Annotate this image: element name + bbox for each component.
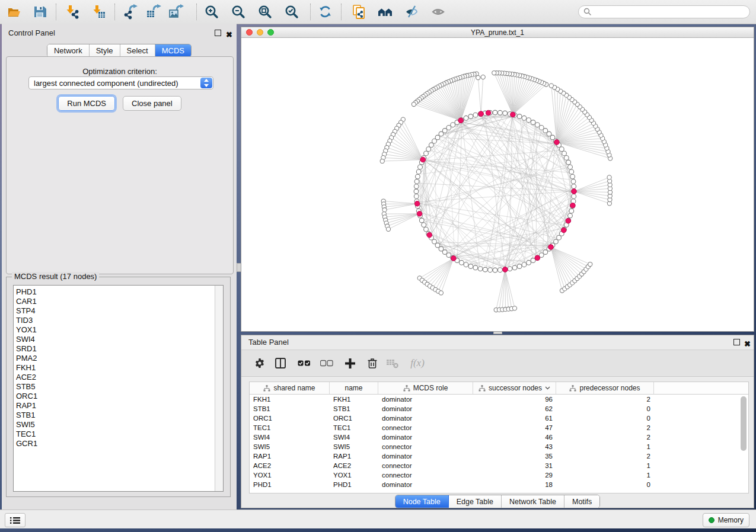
network-node[interactable] — [464, 116, 468, 120]
mcds-result-item[interactable]: STB5 — [16, 382, 213, 392]
zoom-selected-icon[interactable] — [283, 4, 300, 20]
tab-network[interactable]: Network — [47, 44, 90, 57]
cell-predecessor-nodes[interactable]: 2 — [556, 453, 654, 460]
network-node[interactable] — [442, 250, 447, 255]
gear-icon[interactable] — [252, 355, 267, 371]
mcds-node[interactable] — [562, 227, 567, 233]
mcds-result-item[interactable]: TID3 — [16, 316, 213, 325]
close-panel-icon[interactable]: ✖ — [744, 338, 751, 349]
column-header-MCDS-role[interactable]: MCDS role — [378, 382, 473, 394]
table-row[interactable]: ACE2ACE2connector311 — [250, 461, 748, 470]
network-node[interactable] — [460, 260, 464, 265]
mcds-node[interactable] — [503, 267, 508, 273]
cell-shared-name[interactable]: SWI5 — [250, 443, 330, 450]
cell-name[interactable]: ACE2 — [330, 462, 378, 469]
cell-successor-nodes[interactable]: 96 — [473, 396, 556, 403]
mcds-node[interactable] — [548, 245, 554, 250]
table-row[interactable]: RAP1RAP1dominator352 — [250, 451, 748, 461]
cell-MCDS-role[interactable]: dominator — [378, 405, 473, 412]
cell-successor-nodes[interactable]: 29 — [473, 472, 556, 479]
zoom-in-icon[interactable] — [203, 4, 220, 20]
tab-network-table[interactable]: Network Table — [502, 495, 564, 508]
function-builder-icon[interactable]: f(x) — [407, 355, 428, 371]
column-header-predecessor-nodes[interactable]: predecessor nodes — [556, 382, 654, 394]
cell-successor-nodes[interactable]: 18 — [473, 481, 556, 488]
delete-table-icon[interactable] — [385, 355, 400, 371]
first-neighbors-icon[interactable] — [377, 4, 394, 20]
import-table-icon[interactable] — [90, 4, 107, 20]
cell-name[interactable]: SWI4 — [330, 434, 378, 441]
cell-successor-nodes[interactable]: 35 — [473, 453, 556, 460]
network-node[interactable] — [468, 114, 473, 119]
network-node[interactable] — [531, 120, 535, 125]
refresh-layout-icon[interactable] — [317, 4, 334, 20]
cell-name[interactable]: ORC1 — [330, 415, 378, 422]
network-node[interactable] — [464, 262, 468, 267]
mcds-result-list[interactable]: PHD1CAR1STP4TID3YOX1SWI4SRD1PMA2FKH1ACE2… — [13, 285, 224, 492]
network-node[interactable] — [522, 116, 527, 120]
close-panel-button[interactable]: Close panel — [123, 96, 181, 111]
network-node[interactable] — [517, 264, 522, 269]
delete-column-trash-icon[interactable] — [365, 355, 380, 371]
network-view-canvas[interactable] — [241, 37, 754, 331]
cell-shared-name[interactable]: FKH1 — [250, 396, 330, 403]
network-node[interactable] — [424, 151, 429, 156]
network-node[interactable] — [522, 262, 527, 267]
network-node[interactable] — [568, 165, 573, 169]
tab-node-table[interactable]: Node Table — [395, 495, 449, 508]
network-node[interactable] — [570, 174, 575, 179]
network-node[interactable] — [483, 267, 487, 272]
split-panel-icon[interactable] — [273, 355, 288, 371]
mcds-result-item[interactable]: PHD1 — [16, 287, 213, 297]
cell-shared-name[interactable]: PHD1 — [250, 481, 330, 488]
select-all-icon[interactable] — [296, 355, 312, 371]
network-node[interactable] — [468, 264, 473, 269]
cell-predecessor-nodes[interactable]: 1 — [556, 443, 654, 450]
cell-predecessor-nodes[interactable]: 2 — [556, 434, 654, 441]
cell-MCDS-role[interactable]: dominator — [378, 453, 473, 460]
mcds-result-item[interactable]: TEC1 — [16, 430, 213, 439]
cell-predecessor-nodes[interactable]: 0 — [556, 405, 654, 412]
cell-successor-nodes[interactable]: 61 — [473, 415, 556, 422]
network-node[interactable] — [473, 113, 478, 117]
cell-MCDS-role[interactable]: dominator — [378, 396, 473, 403]
add-column-icon[interactable] — [342, 355, 358, 371]
network-node[interactable] — [476, 76, 480, 80]
mcds-node[interactable] — [566, 219, 571, 224]
table-row[interactable]: SWI4SWI4dominator462 — [250, 432, 748, 442]
run-mcds-button[interactable]: Run MCDS — [58, 96, 115, 111]
mcds-result-item[interactable]: RAP1 — [16, 401, 213, 411]
network-node[interactable] — [559, 147, 564, 152]
export-image-icon[interactable] — [168, 4, 184, 20]
table-row[interactable]: FKH1FKH1dominator962 — [250, 395, 748, 404]
network-node[interactable] — [562, 151, 567, 156]
mcds-result-item[interactable]: FKH1 — [16, 363, 213, 373]
import-network-icon[interactable] — [63, 4, 80, 20]
cell-shared-name[interactable]: STB1 — [250, 405, 330, 412]
network-node[interactable] — [432, 139, 437, 143]
column-header-shared-name[interactable]: shared name — [250, 382, 330, 394]
cell-name[interactable]: TEC1 — [330, 424, 378, 431]
network-node[interactable] — [493, 110, 497, 115]
network-node[interactable] — [572, 184, 576, 189]
table-row[interactable]: SWI5SWI5connector431 — [250, 442, 748, 451]
export-network-icon[interactable] — [122, 4, 139, 20]
network-node[interactable] — [414, 184, 419, 189]
cell-successor-nodes[interactable]: 62 — [473, 405, 556, 412]
cell-MCDS-role[interactable]: connector — [378, 462, 473, 469]
cell-MCDS-role[interactable]: dominator — [378, 434, 473, 441]
mcds-list-scrollbar[interactable] — [215, 286, 223, 491]
network-node[interactable] — [446, 126, 451, 130]
cell-shared-name[interactable]: SWI4 — [250, 434, 330, 441]
network-node[interactable] — [527, 118, 531, 123]
mcds-result-item[interactable]: STB1 — [16, 411, 213, 420]
zoom-fit-icon[interactable] — [257, 4, 273, 20]
network-node[interactable] — [512, 306, 516, 310]
cell-predecessor-nodes[interactable]: 2 — [556, 396, 654, 403]
network-node[interactable] — [569, 169, 574, 174]
cell-predecessor-nodes[interactable]: 0 — [556, 415, 654, 422]
network-node[interactable] — [435, 243, 440, 248]
mcds-node[interactable] — [417, 211, 422, 217]
cell-name[interactable]: SWI5 — [330, 443, 378, 450]
cell-MCDS-role[interactable]: dominator — [378, 415, 473, 422]
